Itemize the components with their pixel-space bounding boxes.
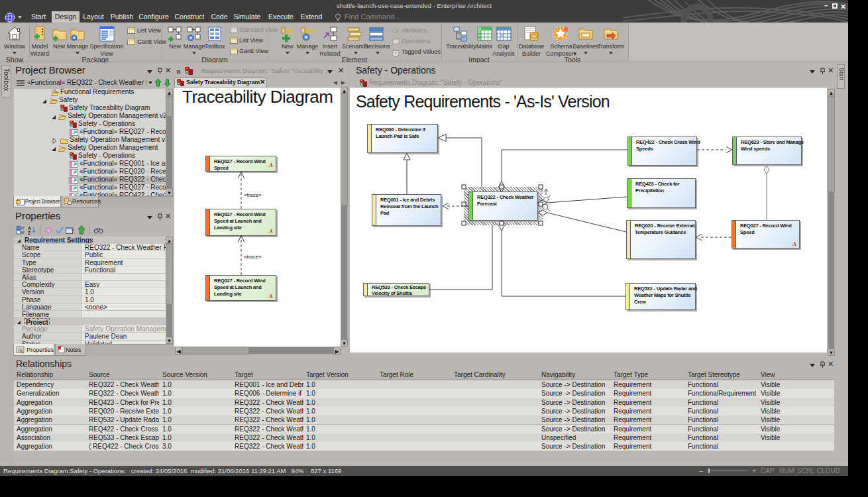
svg-text:«trace»: «trace»: [244, 192, 262, 198]
svg-text:Z: Z: [28, 231, 30, 235]
svg-text:«trace»: «trace»: [244, 254, 262, 260]
svg-text:A: A: [28, 226, 31, 231]
